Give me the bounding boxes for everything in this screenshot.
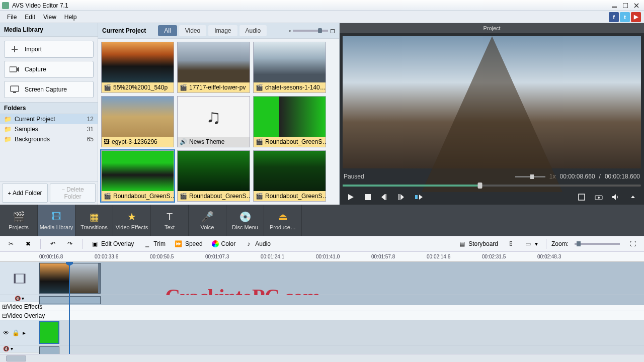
thumb-caption: Roundabout_GreenS…: [189, 193, 250, 200]
twitter-icon[interactable]: t: [620, 12, 630, 22]
fullscreen-button[interactable]: [575, 192, 589, 203]
mode-projects[interactable]: 🎬Projects: [0, 205, 38, 236]
undo-button[interactable]: ↶: [46, 238, 60, 249]
gallery-thumb[interactable]: 🎬chalet-sesons-1-140…: [253, 42, 326, 93]
close-button[interactable]: [631, 1, 642, 10]
add-folder-button[interactable]: + Add Folder: [2, 184, 48, 203]
thumb-zoom-slider[interactable]: [293, 30, 328, 32]
audio-icon: ♪: [245, 240, 253, 248]
folder-name: Current Project: [15, 116, 84, 123]
timeline-ruler[interactable]: 00:00:16.800:00:33.600:00:50.500:01:07.3…: [0, 252, 644, 262]
mode-video-effects[interactable]: ★Video Effects: [113, 205, 151, 236]
preview-viewport[interactable]: [343, 36, 641, 168]
main-video-lane[interactable]: CrackintoPC.com: [39, 262, 644, 295]
color-button[interactable]: Color: [209, 239, 239, 249]
overlay-audio-clip[interactable]: [39, 346, 59, 354]
gallery-thumb[interactable]: 🎬Roundabout_GreenS…: [101, 150, 174, 202]
trim-button[interactable]: ⎯Trim: [140, 238, 169, 249]
overlay-clip[interactable]: [39, 321, 59, 344]
mode-voice[interactable]: 🎤Voice: [189, 205, 226, 236]
capture-button[interactable]: Capture: [4, 61, 94, 78]
next-frame-button[interactable]: [395, 192, 409, 203]
speed-button[interactable]: ⏩Speed: [172, 238, 206, 249]
thumb-caption: Roundabout_GreenS…: [265, 138, 326, 145]
screen-capture-button[interactable]: Screen Capture: [4, 81, 94, 98]
lock-icon[interactable]: 🔒: [12, 329, 20, 336]
overlay-track-head[interactable]: 👁 🔒 ▸: [0, 320, 39, 345]
mode-text[interactable]: TText: [151, 205, 189, 236]
horizontal-scrollbar[interactable]: [0, 354, 644, 362]
main-audio-lane[interactable]: [39, 295, 644, 305]
gallery-thumb[interactable]: 🎬Roundabout_GreenS…: [253, 150, 326, 202]
prev-frame-button[interactable]: [378, 192, 392, 203]
mode-label: Text: [165, 224, 175, 230]
folder-samples[interactable]: 📁 Samples 31: [0, 124, 98, 134]
timeline: 00:00:16.800:00:33.600:00:50.500:01:07.3…: [0, 252, 644, 354]
mode-label: Disc Menu: [232, 224, 258, 230]
edit-overlay-button[interactable]: ▣Edit Overlay: [88, 238, 137, 249]
preview-header: Project: [340, 23, 644, 33]
maximize-button[interactable]: [620, 1, 631, 10]
snapshot-button[interactable]: [592, 192, 606, 203]
thumb-large-icon[interactable]: ◻: [330, 27, 335, 34]
menu-help[interactable]: Help: [60, 13, 81, 22]
audio-button[interactable]: ♪Audio: [242, 238, 274, 249]
speed-slider[interactable]: [515, 176, 545, 177]
volume-menu-button[interactable]: [626, 192, 640, 203]
gallery-thumb[interactable]: 🎬55%20%2001_540p: [101, 42, 174, 93]
overlay-lane[interactable]: [39, 320, 644, 345]
redo-button[interactable]: ↷: [63, 238, 77, 249]
svg-rect-2: [10, 67, 17, 72]
menu-edit[interactable]: Edit: [21, 13, 39, 22]
overlay-audio-head[interactable]: 🔇 ▾: [0, 345, 39, 352]
volume-button[interactable]: [609, 192, 623, 203]
playback-mode-button[interactable]: [412, 192, 426, 203]
playhead[interactable]: [69, 262, 70, 354]
ruler-tick: 00:02:31.5: [482, 254, 506, 259]
stop-button[interactable]: [361, 192, 375, 203]
gallery-thumb[interactable]: 🖼egypt-3-1236296: [101, 96, 174, 147]
folder-backgrounds[interactable]: 📁 Backgrounds 65: [0, 134, 98, 144]
timeline-audio-clip[interactable]: [39, 296, 101, 304]
menu-view[interactable]: View: [39, 13, 60, 22]
menu-file[interactable]: File: [3, 13, 21, 22]
play-button[interactable]: [344, 192, 358, 203]
mode-produce-[interactable]: ⏏Produce…: [264, 205, 302, 236]
volume-mix-button[interactable]: 🎚: [504, 238, 518, 249]
delete-folder-button[interactable]: − Delete Folder: [50, 184, 96, 203]
filter-video[interactable]: Video: [179, 25, 206, 36]
eye-icon[interactable]: 👁: [3, 329, 9, 336]
gallery-thumb[interactable]: 🎬Roundabout_GreenS…: [253, 96, 326, 147]
minimize-button[interactable]: [609, 1, 620, 10]
thumb-small-icon[interactable]: ▫: [289, 27, 291, 34]
video-overlay-track-label[interactable]: ⊟Video Overlay: [0, 311, 644, 320]
split-button[interactable]: ✂: [4, 238, 18, 249]
mode-media-library[interactable]: 🎞Media Library: [38, 205, 75, 236]
filter-all[interactable]: All: [158, 25, 177, 36]
gallery-thumb[interactable]: 🎬17717-eiffel-tower-pv: [177, 42, 250, 93]
ruler-tick: 00:02:14.6: [427, 254, 450, 259]
filter-audio[interactable]: Audio: [239, 25, 267, 36]
timeline-zoom-slider[interactable]: [575, 243, 620, 245]
facebook-icon[interactable]: f: [609, 12, 619, 22]
mode-disc-menu[interactable]: 💿Disc Menu: [226, 205, 264, 236]
import-button[interactable]: Import: [4, 41, 94, 58]
seek-bar[interactable]: [343, 182, 641, 190]
aspect-button[interactable]: ▭▾: [521, 238, 541, 249]
delete-button[interactable]: ✖: [21, 238, 35, 249]
mode-transitions[interactable]: ▦Transitions: [75, 205, 113, 236]
gallery-thumb[interactable]: ♫🔊News Theme: [177, 96, 250, 147]
gallery-thumb[interactable]: 🎬Roundabout_GreenS…: [177, 150, 250, 202]
media-type-icon: 🎬: [256, 138, 263, 145]
folder-count: 31: [87, 126, 94, 133]
fit-zoom-button[interactable]: ⛶: [626, 238, 640, 249]
timeline-clip[interactable]: [39, 263, 101, 294]
main-audio-track-head[interactable]: 🔇 ▾: [0, 295, 39, 302]
main-video-track-head[interactable]: [0, 262, 39, 295]
overlay-audio-lane[interactable]: [39, 345, 644, 354]
youtube-icon[interactable]: ▶: [631, 12, 641, 22]
filter-image[interactable]: Image: [208, 25, 237, 36]
folder-current-project[interactable]: 📁 Current Project 12: [0, 114, 98, 124]
svg-rect-4: [13, 92, 16, 93]
storyboard-button[interactable]: ▤Storyboard: [455, 238, 501, 249]
